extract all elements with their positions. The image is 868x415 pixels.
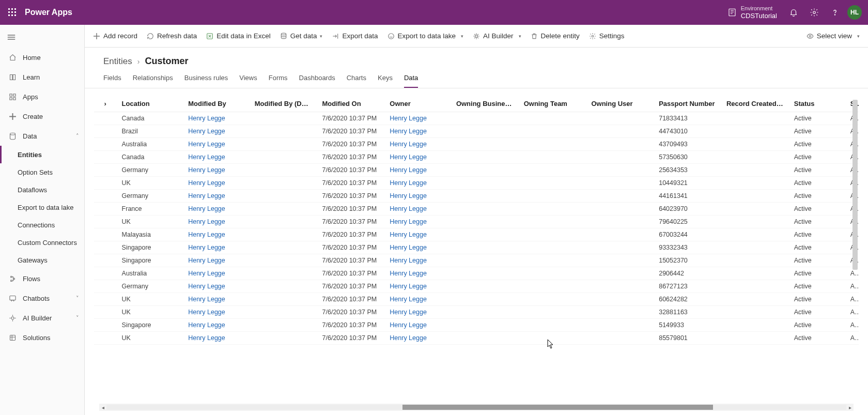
nav-sub-entities[interactable]: Entities <box>0 146 84 163</box>
cell-modby[interactable]: Henry Legge <box>183 306 250 319</box>
cell-modby[interactable]: Henry Legge <box>183 293 250 306</box>
table-row[interactable]: UKHenry Legge7/6/2020 10:37 PMHenry Legg… <box>94 306 859 319</box>
export-data-button[interactable]: Export data <box>332 32 378 40</box>
row-selector-cell[interactable] <box>94 190 117 203</box>
scroll-left-arrow[interactable]: ◂ <box>99 405 106 410</box>
nav-item-home[interactable]: Home <box>0 48 84 67</box>
cell-modby[interactable]: Henry Legge <box>183 241 250 254</box>
tab-fields[interactable]: Fields <box>103 74 121 88</box>
nav-collapse-button[interactable] <box>0 27 84 48</box>
tab-dashboards[interactable]: Dashboards <box>299 74 335 88</box>
nav-item-learn[interactable]: Learn <box>0 67 84 87</box>
get-data-dropdown[interactable]: ▾ <box>320 34 322 39</box>
table-row[interactable]: AustraliaHenry Legge7/6/2020 10:37 PMHen… <box>94 138 859 151</box>
row-selector-cell[interactable] <box>94 293 117 306</box>
cell-modby[interactable]: Henry Legge <box>183 319 250 332</box>
cell-modby[interactable]: Henry Legge <box>183 280 250 293</box>
cell-owner[interactable]: Henry Legge <box>384 151 451 164</box>
row-selector-cell[interactable] <box>94 138 117 151</box>
breadcrumb-root[interactable]: Entities <box>103 56 132 67</box>
table-row[interactable]: GermanyHenry Legge7/6/2020 10:37 PMHenry… <box>94 164 859 177</box>
export-to-data-lake-button[interactable]: Export to data lake <box>388 32 464 40</box>
tab-charts[interactable]: Charts <box>347 74 366 88</box>
column-header[interactable]: Record Created ... <box>721 96 789 112</box>
cell-owner[interactable]: Henry Legge <box>384 267 451 280</box>
tab-data[interactable]: Data <box>404 74 418 88</box>
column-header[interactable]: Owner <box>384 96 451 112</box>
tab-relationships[interactable]: Relationships <box>133 74 173 88</box>
table-row[interactable]: GermanyHenry Legge7/6/2020 10:37 PMHenry… <box>94 190 859 203</box>
row-selector-cell[interactable] <box>94 112 117 125</box>
row-selector-cell[interactable] <box>94 332 117 345</box>
row-selector-header[interactable]: › <box>94 96 117 112</box>
cell-owner[interactable]: Henry Legge <box>384 138 451 151</box>
table-row[interactable]: CanadaHenry Legge7/6/2020 10:37 PMHenry … <box>94 151 859 164</box>
nav-sub-export-to-data-lake[interactable]: Export to data lake <box>0 198 84 216</box>
nav-item-create[interactable]: Create <box>0 106 84 126</box>
vertical-scrollbar[interactable] <box>853 100 858 383</box>
row-selector-cell[interactable] <box>94 151 117 164</box>
cell-modby[interactable]: Henry Legge <box>183 164 250 177</box>
row-selector-cell[interactable] <box>94 203 117 216</box>
row-selector-cell[interactable] <box>94 306 117 319</box>
cell-owner[interactable]: Henry Legge <box>384 280 451 293</box>
column-header[interactable]: Passport Number <box>654 96 721 112</box>
cell-modby[interactable]: Henry Legge <box>183 254 250 267</box>
column-header[interactable]: Modified On <box>317 96 385 112</box>
get-data-button[interactable]: Get data <box>280 32 317 40</box>
table-row[interactable]: FranceHenry Legge7/6/2020 10:37 PMHenry … <box>94 203 859 216</box>
column-header[interactable]: Modified By (Del... <box>250 96 317 112</box>
horizontal-scroll-thumb[interactable] <box>402 405 713 410</box>
tab-forms[interactable]: Forms <box>269 74 288 88</box>
notifications-button[interactable] <box>783 2 804 23</box>
row-selector-cell[interactable] <box>94 254 117 267</box>
table-row[interactable]: SingaporeHenry Legge7/6/2020 10:37 PMHen… <box>94 241 859 254</box>
tab-keys[interactable]: Keys <box>378 74 393 88</box>
nav-sub-gateways[interactable]: Gateways <box>0 251 84 269</box>
cell-owner[interactable]: Henry Legge <box>384 306 451 319</box>
table-row[interactable]: AustraliaHenry Legge7/6/2020 10:37 PMHen… <box>94 267 859 280</box>
refresh-data-button[interactable]: Refresh data <box>147 32 197 40</box>
delete-entity-button[interactable]: Delete entity <box>531 32 580 40</box>
horizontal-scrollbar[interactable]: ◂ ▸ <box>99 404 854 411</box>
environment-picker[interactable]: Environment CDSTutorial <box>727 5 777 20</box>
scroll-right-arrow[interactable]: ▸ <box>846 405 854 410</box>
nav-item-ai-builder[interactable]: AI Builder˅ <box>0 308 84 328</box>
cell-modby[interactable]: Henry Legge <box>183 151 250 164</box>
column-header[interactable]: Owning Business... <box>451 96 519 112</box>
cell-modby[interactable]: Henry Legge <box>183 138 250 151</box>
vertical-scroll-thumb[interactable] <box>853 100 858 270</box>
table-row[interactable]: UKHenry Legge7/6/2020 10:37 PMHenry Legg… <box>94 216 859 228</box>
cell-owner[interactable]: Henry Legge <box>384 125 451 138</box>
cell-owner[interactable]: Henry Legge <box>384 332 451 345</box>
table-row[interactable]: UKHenry Legge7/6/2020 10:37 PMHenry Legg… <box>94 332 859 345</box>
row-selector-cell[interactable] <box>94 241 117 254</box>
row-selector-cell[interactable] <box>94 319 117 332</box>
table-row[interactable]: GermanyHenry Legge7/6/2020 10:37 PMHenry… <box>94 280 859 293</box>
row-selector-cell[interactable] <box>94 164 117 177</box>
cell-owner[interactable]: Henry Legge <box>384 254 451 267</box>
column-header[interactable]: Location <box>117 96 183 112</box>
table-row[interactable]: UKHenry Legge7/6/2020 10:37 PMHenry Legg… <box>94 177 859 190</box>
row-selector-cell[interactable] <box>94 125 117 138</box>
row-selector-cell[interactable] <box>94 280 117 293</box>
cell-modby[interactable]: Henry Legge <box>183 332 250 345</box>
cell-owner[interactable]: Henry Legge <box>384 112 451 125</box>
app-launcher-button[interactable] <box>4 4 21 21</box>
cell-modby[interactable]: Henry Legge <box>183 203 250 216</box>
cell-modby[interactable]: Henry Legge <box>183 216 250 228</box>
select-view-button[interactable]: Select view <box>807 32 860 40</box>
nav-item-solutions[interactable]: Solutions <box>0 328 84 347</box>
settings-cmd-button[interactable]: Settings <box>589 32 625 40</box>
nav-sub-option-sets[interactable]: Option Sets <box>0 163 84 181</box>
column-header[interactable]: Owning User <box>586 96 654 112</box>
nav-item-apps[interactable]: Apps <box>0 87 84 106</box>
table-row[interactable]: CanadaHenry Legge7/6/2020 10:37 PMHenry … <box>94 112 859 125</box>
cell-owner[interactable]: Henry Legge <box>384 241 451 254</box>
cell-modby[interactable]: Henry Legge <box>183 112 250 125</box>
nav-item-chatbots[interactable]: Chatbots˅ <box>0 288 84 308</box>
table-row[interactable]: BrazilHenry Legge7/6/2020 10:37 PMHenry … <box>94 125 859 138</box>
row-selector-cell[interactable] <box>94 228 117 241</box>
table-row[interactable]: UKHenry Legge7/6/2020 10:37 PMHenry Legg… <box>94 293 859 306</box>
cell-owner[interactable]: Henry Legge <box>384 190 451 203</box>
